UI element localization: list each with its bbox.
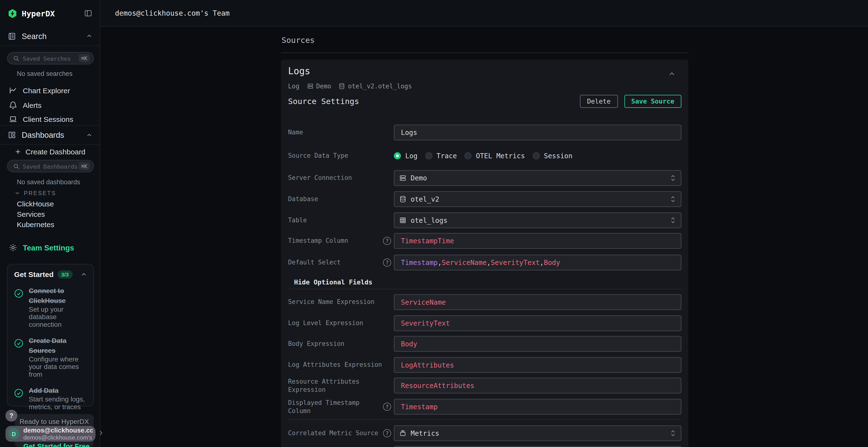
sidebar-item-chart-explorer[interactable]: Chart Explorer (0, 83, 100, 98)
database-select[interactable]: otel_v2 (394, 191, 682, 207)
table-select[interactable]: otel_logs (394, 212, 682, 228)
divider (281, 53, 689, 53)
expression-value: LogAttributes (401, 361, 454, 369)
help-icon[interactable]: ? (383, 429, 391, 437)
preset-kubernetes[interactable]: Kubernetes (17, 220, 54, 229)
radio-selected-icon (394, 152, 401, 159)
radio-otel-metrics[interactable]: OTEL Metrics (464, 152, 525, 160)
metrics-icon (399, 429, 406, 437)
default-select-input[interactable]: Timestamp,ServiceName,SeverityText,Body (394, 255, 682, 271)
app-title: HyperDX (22, 9, 84, 18)
saved-dashboards-input[interactable]: Saved Dashboards ⌘K (7, 160, 94, 172)
no-saved-dashboards-text: No saved dashboards (17, 178, 80, 186)
help-button[interactable]: ? (5, 410, 18, 422)
bell-icon (9, 101, 18, 110)
step-title: Create Data Sources (29, 337, 66, 354)
create-dashboard-button[interactable]: Create Dashboard (0, 145, 100, 159)
server-icon (399, 175, 406, 182)
log-level-input[interactable]: SeverityText (394, 315, 682, 331)
help-icon[interactable]: ? (383, 237, 391, 245)
field-label: Table (288, 216, 307, 225)
resource-attributes-input[interactable]: ResourceAttributes (394, 378, 682, 393)
body-expression-input[interactable]: Body (394, 336, 682, 352)
field-row-source-data-type: Source Data Type Log Trace OTEL Metrics (288, 148, 681, 164)
server-connection-select[interactable]: Demo (394, 170, 682, 186)
save-source-button[interactable]: Save Source (624, 95, 681, 108)
field-row-name: Name Logs (288, 125, 681, 140)
timestamp-column-input[interactable]: TimestampTime (394, 233, 682, 249)
log-attributes-input[interactable]: LogAttributes (394, 357, 682, 373)
help-icon[interactable]: ? (383, 259, 391, 267)
chevron-right-icon[interactable] (98, 429, 104, 436)
get-started-step-connect[interactable]: Connect to ClickHouse Set up your databa… (14, 286, 87, 329)
source-settings-title: Source Settings (288, 97, 580, 106)
preset-clickhouse[interactable]: ClickHouse (17, 200, 54, 208)
radio-session[interactable]: Session (532, 152, 572, 160)
sidebar-section-dashboards[interactable]: Dashboards (0, 125, 100, 145)
step-desc: Start sending logs, metrics, or traces (29, 396, 87, 411)
saved-dashboards-placeholder: Saved Dashboards (23, 163, 79, 169)
field-row-table: Table otel_logs (288, 212, 681, 228)
user-menu[interactable]: D demos@clickhouse.com demos@clickhouse.… (5, 426, 96, 442)
partial-input[interactable] (394, 446, 682, 447)
get-started-free-link[interactable]: Get Started for Free (23, 442, 90, 447)
field-label: Timestamp Column (288, 237, 348, 245)
collapse-card-icon[interactable] (669, 71, 675, 77)
expression-value: Timestamp (401, 403, 438, 411)
sidebar-section-search[interactable]: Search (0, 27, 100, 46)
field-row-database: Database otel_v2 (288, 191, 681, 207)
sidebar-item-client-sessions[interactable]: Client Sessions (0, 112, 100, 127)
expression-token: Body (544, 259, 560, 267)
select-value: otel_v2 (411, 195, 439, 203)
delete-button[interactable]: Delete (580, 95, 618, 108)
hide-optional-fields-toggle[interactable]: Hide Optional Fields (294, 279, 373, 286)
laptop-icon (9, 115, 18, 124)
get-started-step-add-data[interactable]: Add Data Start sending logs, metrics, or… (14, 385, 87, 411)
separator: , (540, 259, 544, 267)
saved-searches-input[interactable]: Saved Searches ⌘K (7, 52, 94, 65)
database-icon (339, 83, 348, 89)
team-settings-label: Team Settings (23, 243, 74, 252)
field-label: Body Expression (288, 340, 345, 348)
field-row-body-expression: Body Expression Body (288, 336, 681, 352)
separator: , (487, 259, 491, 267)
collapse-sidebar-icon[interactable] (84, 9, 92, 18)
team-title: demos@clickhouse.com's Team (115, 9, 229, 17)
chart-explorer-icon (9, 86, 18, 95)
presets-toggle[interactable]: PRESETS (15, 190, 56, 196)
sidebar-item-alerts[interactable]: Alerts (0, 98, 100, 112)
correlated-metric-select[interactable]: Metrics (394, 425, 682, 441)
source-settings-row: Source Settings Delete Save Source (288, 94, 681, 109)
radio-trace[interactable]: Trace (425, 152, 457, 160)
database-icon (399, 196, 406, 203)
field-row-log-level: Log Level Expression SeverityText (288, 315, 681, 331)
divider (288, 419, 681, 420)
help-icon[interactable]: ? (383, 403, 391, 411)
select-chevrons-icon (670, 196, 676, 203)
field-row-resource-attributes: Resource Attributes Expression ResourceA… (288, 378, 681, 393)
field-row-log-attributes: Log Attributes Expression LogAttributes (288, 357, 681, 373)
chevron-up-icon (86, 33, 92, 39)
check-circle-icon (14, 289, 23, 298)
chevron-up-icon[interactable] (81, 271, 87, 277)
name-value: Logs (401, 128, 417, 137)
radio-log[interactable]: Log (394, 152, 417, 160)
preset-services[interactable]: Services (17, 210, 45, 218)
table-path-text: otel_v2.otel_logs (348, 82, 412, 90)
displayed-timestamp-input[interactable]: Timestamp (394, 399, 682, 414)
get-started-step-sources[interactable]: Create Data Sources Configure where your… (14, 336, 87, 378)
field-label: Database (288, 195, 318, 203)
select-value: otel_logs (411, 216, 447, 225)
logo-row: HyperDX (0, 0, 100, 27)
field-label: Source Data Type (288, 152, 348, 160)
radio-label: Log (405, 152, 417, 160)
saved-searches-placeholder: Saved Searches (23, 55, 79, 61)
check-circle-icon (14, 388, 23, 398)
service-name-input[interactable]: ServiceName (394, 294, 682, 310)
sidebar-item-team-settings[interactable]: Team Settings (0, 241, 100, 255)
dashboards-icon (8, 131, 17, 139)
field-row-timestamp-column: Timestamp Column ? TimestampTime (288, 233, 681, 249)
name-input[interactable]: Logs (394, 125, 682, 140)
sidebar-item-label: Chart Explorer (23, 87, 70, 95)
get-started-card: Get Started 3/3 Connect to ClickHouse Se… (7, 264, 94, 407)
